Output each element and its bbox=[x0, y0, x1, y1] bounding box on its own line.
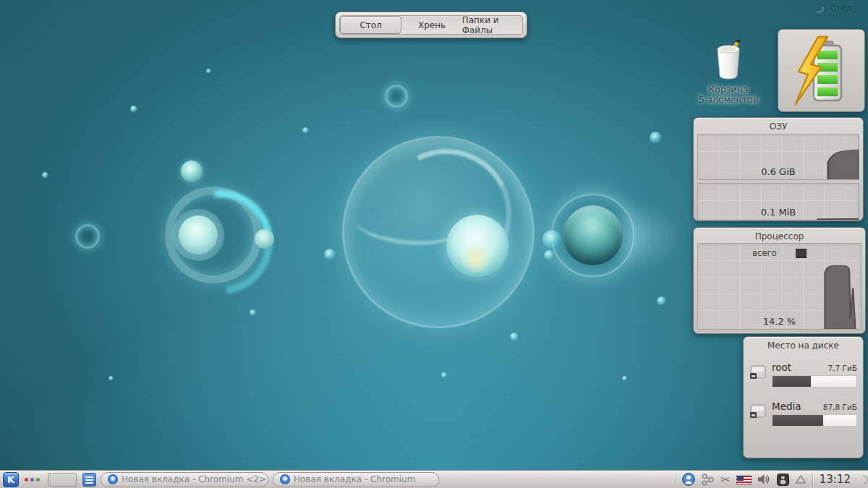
task-title: Новая вкладка - Chromium <2> bbox=[122, 474, 266, 484]
wallpaper-left-sphere bbox=[179, 215, 218, 254]
wallpaper-dot bbox=[385, 85, 408, 108]
chromium-icon bbox=[108, 474, 118, 484]
wallpaper-dot bbox=[302, 127, 309, 134]
disk-size: 7,7 ГиБ bbox=[828, 364, 857, 372]
cpu-monitor-widget[interactable]: Процессор всего 14.2 % bbox=[693, 227, 866, 334]
swap-value: 0.1 MiB bbox=[698, 207, 859, 218]
trash-icon[interactable] bbox=[710, 40, 747, 80]
tab-folders-files[interactable]: Папки и Файлы bbox=[462, 16, 522, 34]
panel-clock[interactable]: 13:12 bbox=[820, 473, 851, 486]
wallpaper-dot bbox=[542, 230, 561, 249]
disk-usage-bar bbox=[772, 414, 857, 427]
disk-size: 87,8 ГиБ bbox=[823, 403, 857, 411]
wallpaper-dot bbox=[510, 333, 519, 341]
hard-drive-icon bbox=[749, 361, 767, 388]
user-icon[interactable] bbox=[682, 473, 695, 486]
chromium-icon bbox=[280, 474, 290, 484]
disk-space-widget[interactable]: Место на диске root 7,7 ГиБ bbox=[743, 336, 864, 458]
disk-row-root[interactable]: root 7,7 ГиБ bbox=[749, 361, 857, 388]
wallpaper-dot bbox=[544, 250, 554, 260]
disk-usage-fill bbox=[773, 415, 823, 426]
ram-chart: 0.6 GiB bbox=[697, 134, 859, 180]
ram-monitor-widget[interactable]: ОЗУ 0.6 GiB 0.1 MiB bbox=[693, 117, 864, 221]
taskbar-panel: K Новая вкладка - Chromium <2> Новая вкл… bbox=[0, 470, 868, 488]
wallpaper-dot bbox=[622, 376, 627, 381]
wallpaper-dot bbox=[650, 132, 662, 144]
device-notifier-icon[interactable] bbox=[777, 474, 789, 486]
disk-title: Место на диске bbox=[744, 337, 863, 351]
window-list-icon[interactable] bbox=[82, 473, 96, 487]
volume-icon[interactable] bbox=[757, 474, 771, 485]
disk-row-media[interactable]: Media 87,8 ГиБ bbox=[749, 401, 857, 427]
activity-label: Стол bbox=[830, 4, 852, 14]
disk-name: Media bbox=[772, 401, 801, 412]
hard-drive-icon bbox=[749, 401, 767, 427]
tray-separator bbox=[676, 474, 676, 486]
activity-dots-icon[interactable] bbox=[25, 478, 40, 481]
virtual-desktop-pager[interactable] bbox=[48, 473, 77, 487]
battery-widget[interactable] bbox=[778, 29, 865, 112]
wallpaper-small-sphere bbox=[255, 229, 274, 249]
clipboard-scissors-icon[interactable]: ✂ bbox=[720, 473, 730, 487]
wallpaper-inner-bubble bbox=[446, 215, 509, 277]
cpu-legend-swatch bbox=[796, 249, 807, 258]
wallpaper-dot bbox=[130, 106, 137, 113]
cpu-legend: всего bbox=[698, 248, 861, 258]
wallpaper-dot bbox=[42, 172, 48, 179]
wallpaper-dot bbox=[324, 249, 336, 260]
tabbar-widget: Стол Хрень Папки и Файлы bbox=[335, 12, 527, 38]
battery-charging-icon bbox=[787, 35, 856, 106]
wallpaper-dot bbox=[206, 69, 211, 74]
task-button-chromium-2[interactable]: Новая вкладка - Chromium bbox=[273, 472, 439, 487]
wallpaper-dot bbox=[181, 160, 203, 182]
keyboard-layout-us-icon[interactable] bbox=[736, 475, 752, 484]
kde-menu-button[interactable]: K bbox=[3, 472, 19, 487]
trash-label: Корзина 5 элементов bbox=[696, 85, 761, 106]
tab-hren[interactable]: Хрень bbox=[401, 16, 461, 34]
ram-value: 0.6 GiB bbox=[698, 166, 859, 177]
cpu-legend-label: всего bbox=[752, 248, 776, 258]
network-nodes-icon[interactable] bbox=[701, 473, 715, 487]
wallpaper-right-sphere bbox=[563, 205, 623, 265]
disk-usage-bar bbox=[772, 375, 857, 388]
wallpaper-dot bbox=[75, 224, 100, 249]
cpu-title: Процессор bbox=[694, 228, 865, 241]
swap-chart: 0.1 MiB bbox=[697, 183, 859, 221]
wallpaper-dot bbox=[250, 309, 256, 316]
system-tray: ✂ 13:12 bbox=[676, 473, 865, 487]
expand-tray-icon[interactable] bbox=[795, 474, 807, 484]
task-title: Новая вкладка - Chromium bbox=[294, 474, 415, 484]
wallpaper-dot bbox=[109, 376, 114, 381]
trash-widget[interactable]: Корзина 5 элементов bbox=[696, 40, 761, 106]
wallpaper-dot bbox=[657, 296, 666, 306]
tab-desktop[interactable]: Стол bbox=[340, 16, 401, 34]
cashew-icon[interactable]: ☾ bbox=[812, 1, 828, 17]
kde-desktop: Стол Хрень Папки и Файлы ☾ Стол bbox=[0, 0, 868, 488]
ram-title: ОЗУ bbox=[694, 118, 863, 132]
wallpaper-dot bbox=[441, 372, 447, 378]
task-button-chromium-1[interactable]: Новая вкладка - Chromium <2> bbox=[101, 472, 268, 487]
tray-separator bbox=[812, 474, 813, 486]
disk-usage-fill bbox=[773, 376, 811, 387]
desktop-toolbox[interactable]: ☾ Стол bbox=[815, 2, 852, 15]
cpu-chart: всего 14.2 % bbox=[697, 243, 861, 330]
cpu-value: 14.2 % bbox=[698, 316, 861, 327]
disk-name: root bbox=[772, 361, 791, 373]
tabbar-tabs: Стол Хрень Папки и Файлы bbox=[339, 15, 523, 35]
panel-cashew-icon[interactable] bbox=[856, 473, 868, 486]
